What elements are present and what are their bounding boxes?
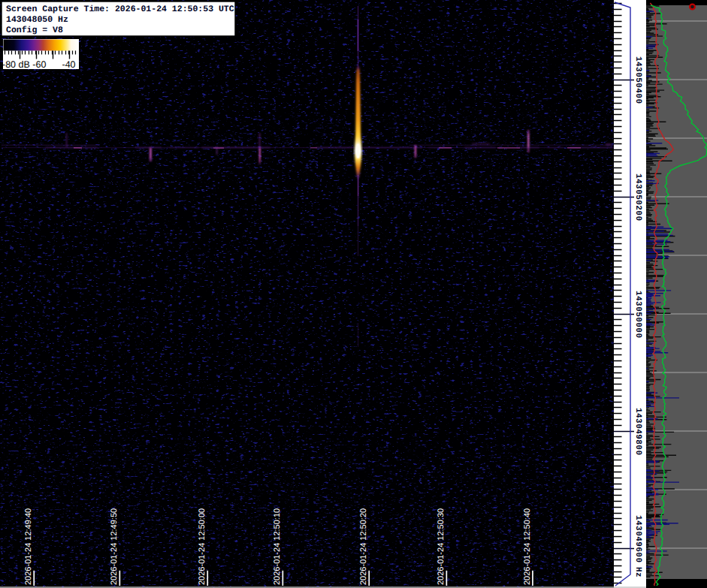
svg-text:143048050 Hz: 143048050 Hz [6, 15, 68, 25]
svg-text:Hz: Hz [633, 567, 642, 577]
svg-text:143049600: 143049600 [633, 515, 642, 562]
svg-text:143049800: 143049800 [633, 408, 642, 455]
svg-text:2026-01-24 12:50:00: 2026-01-24 12:50:00 [198, 508, 207, 585]
svg-text:2026-01-24 12:50:40: 2026-01-24 12:50:40 [523, 508, 532, 585]
svg-text:2026-01-24 12:50:10: 2026-01-24 12:50:10 [273, 508, 282, 585]
svg-text:143050400: 143050400 [633, 56, 642, 104]
svg-text:-80 dB -60: -80 dB -60 [2, 59, 46, 70]
svg-text:Screen Capture Time: 2026-01-2: Screen Capture Time: 2026-01-24 12:50:53… [6, 5, 234, 14]
svg-text:2026-01-24 12:49:50: 2026-01-24 12:49:50 [110, 508, 119, 585]
svg-text:143050200: 143050200 [633, 173, 642, 221]
svg-text:143050000: 143050000 [633, 291, 642, 338]
svg-text:Config = V8: Config = V8 [6, 26, 63, 35]
svg-text:-40: -40 [62, 59, 76, 70]
svg-text:2026-01-24 12:50:20: 2026-01-24 12:50:20 [359, 508, 368, 585]
svg-text:2026-01-24 12:49:40: 2026-01-24 12:49:40 [24, 508, 33, 585]
svg-text:2026-01-24 12:50:30: 2026-01-24 12:50:30 [437, 508, 446, 585]
